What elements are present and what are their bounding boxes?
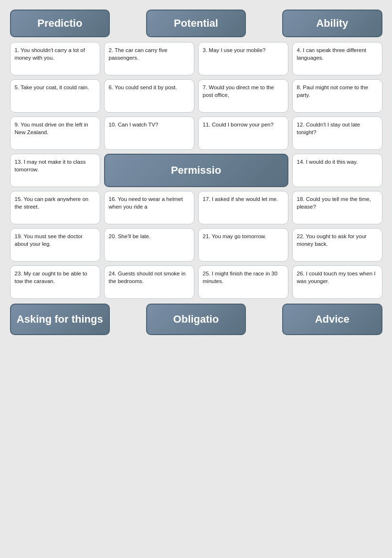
card-1: 1. You shouldn't carry a lot of money wi… xyxy=(10,42,100,75)
card-24: 24. Guests should not smoke in the bedro… xyxy=(104,265,194,299)
footer-advice: Advice xyxy=(282,304,382,335)
row-2: 5. Take your coat, it could rain. 6. You… xyxy=(10,79,382,113)
row-1: 1. You shouldn't carry a lot of money wi… xyxy=(10,42,382,75)
card-5: 5. Take your coat, it could rain. xyxy=(10,79,100,113)
card-14: 14. I would do it this way. xyxy=(292,154,382,187)
page: Predictio Potential Ability 1. You shoul… xyxy=(10,10,382,335)
card-11: 11. Could I borrow your pen? xyxy=(198,116,288,150)
row-4: 13. I may not make it to class tomorrow.… xyxy=(10,154,382,187)
card-3: 3. May I use your mobile? xyxy=(198,42,288,75)
card-2: 2. The car can carry five passengers. xyxy=(104,42,194,75)
card-26: 26. I could touch my toes when I was you… xyxy=(292,265,382,299)
header-potential: Potential xyxy=(146,10,246,37)
row-6: 19. You must see the doctor about your l… xyxy=(10,228,382,262)
card-22: 22. You ought to ask for your money back… xyxy=(292,228,382,262)
card-21: 21. You may go tomorrow. xyxy=(198,228,288,262)
header-row: Predictio Potential Ability xyxy=(10,10,382,37)
card-25: 25. I might finish the race in 30 minute… xyxy=(198,265,288,299)
row-3: 9. You must drive on the left in New Zea… xyxy=(10,116,382,150)
row-7: 23. My car ought to be able to tow the c… xyxy=(10,265,382,299)
card-20: 20. She'll be late. xyxy=(104,228,194,262)
card-18: 18. Could you tell me the time, please? xyxy=(292,191,382,224)
card-4: 4. I can speak three different languages… xyxy=(292,42,382,75)
card-23: 23. My car ought to be able to tow the c… xyxy=(10,265,100,299)
footer-obligation: Obligatio xyxy=(146,304,246,335)
card-7: 7. Would you direct me to the post offic… xyxy=(198,79,288,113)
card-9: 9. You must drive on the left in New Zea… xyxy=(10,116,100,150)
row-5: 15. You can park anywhere on the street.… xyxy=(10,191,382,224)
card-19: 19. You must see the doctor about your l… xyxy=(10,228,100,262)
card-16: 16. You need to wear a helmet when you r… xyxy=(104,191,194,224)
card-12: 12. Couldn't I stay out late tonight? xyxy=(292,116,382,150)
card-17: 17. I asked if she would let me. xyxy=(198,191,288,224)
card-6: 6. You could send it by post. xyxy=(104,79,194,113)
header-prediction: Predictio xyxy=(10,10,110,37)
card-10: 10. Can I watch TV? xyxy=(104,116,194,150)
card-15: 15. You can park anywhere on the street. xyxy=(10,191,100,224)
card-permission: Permissio xyxy=(104,154,288,187)
footer-asking: Asking for things xyxy=(10,304,110,335)
card-8: 8. Paul might not come to the party. xyxy=(292,79,382,113)
footer-row: Asking for things Obligatio Advice xyxy=(10,304,382,335)
header-ability: Ability xyxy=(282,10,382,37)
card-13: 13. I may not make it to class tomorrow. xyxy=(10,154,100,187)
